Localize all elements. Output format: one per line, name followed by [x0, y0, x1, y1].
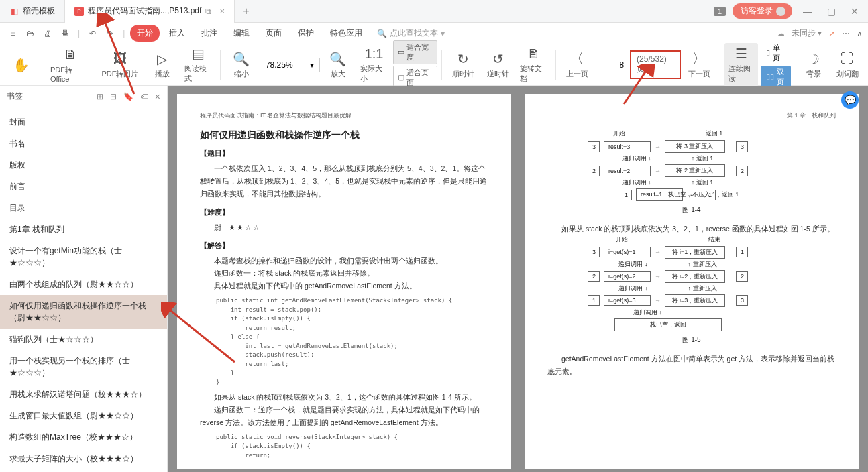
tab-templates[interactable]: ◧ 稻壳模板 — [0, 0, 65, 23]
background-button[interactable]: ☽背景 — [797, 48, 830, 82]
menubar-right: ☁ 未同步 ▾ ↗ ⋯ ∧ — [777, 27, 863, 39]
cloud-icon[interactable]: ☁ — [777, 29, 785, 38]
more-icon[interactable]: ⋯ — [842, 29, 850, 38]
continuous-read-button[interactable]: ☰连续阅读 — [724, 43, 758, 86]
fit-width-button[interactable]: ▭适合宽度 — [393, 40, 437, 64]
zoom-out-button[interactable]: 🔍缩小 — [225, 48, 258, 82]
zoom-level-input[interactable]: 78.25%▾ — [260, 58, 320, 72]
bookmark-add-icon[interactable]: 🔖 — [123, 92, 133, 101]
expand-icon[interactable]: ∧ — [857, 29, 863, 38]
menu-start[interactable]: 开始 — [130, 25, 160, 42]
page-header: 程序员代码面试指南：IT 名企算法与数据结构题目最优解 — [200, 111, 351, 120]
chevron-left-icon: 〈 — [570, 51, 584, 67]
menu-icon[interactable]: ≡ — [5, 29, 20, 38]
actual-size-button[interactable]: 1:1实际大小 — [356, 43, 392, 86]
hand-tool[interactable]: ✋ — [4, 54, 38, 76]
zoom-in-button[interactable]: 🔍放大 — [321, 48, 355, 82]
close-button[interactable]: ✕ — [847, 6, 863, 17]
answer-p1: 本题考查栈的操作和递归函数的设计，我们需要设计出两个递归函数。 — [200, 255, 488, 268]
sidebar-item[interactable]: 由两个栈组成的队列（尉★★☆☆） — [0, 274, 167, 295]
double-page-button[interactable]: ▯▯双页 — [761, 66, 791, 88]
sidebar-item[interactable]: 猫狗队列（士★☆☆☆） — [0, 329, 167, 350]
page-right: 第 1 章 栈和队列 开始返回 13result=3→将 3 重新压入3递归调用… — [525, 94, 859, 469]
page-number-input[interactable] — [595, 58, 629, 72]
sidebar-item[interactable]: 生成窗口最大值数组（尉★★☆☆） — [0, 405, 167, 426]
read-mode-button[interactable]: ▤阅读模式 — [180, 43, 216, 86]
sidebar-item[interactable]: 构造数组的MaxTree（校★★★☆） — [0, 426, 167, 448]
minimize-button[interactable]: — — [799, 6, 816, 17]
sidebar-item[interactable]: 版权 — [0, 154, 167, 176]
convert-icon: 🗎 — [64, 47, 77, 63]
sidebar-item[interactable]: 设计一个有getMin功能的栈（士★☆☆☆） — [0, 240, 167, 274]
sidebar-item[interactable]: 求最大子矩阵的大小（校★★★☆） — [0, 448, 167, 469]
hand-icon: ✋ — [13, 57, 30, 73]
sidebar-header: 书签 ⊞ ⊟ 🔖 🏷 × — [0, 86, 167, 107]
page-left: 程序员代码面试指南：IT 名企算法与数据结构题目最优解 如何仅用递归函数和栈操作… — [177, 94, 511, 469]
menu-annotate[interactable]: 批注 — [195, 25, 224, 42]
single-page-button[interactable]: ▯单页 — [761, 42, 791, 64]
bookmark-list: 封面书名版权前言目录第1章 栈和队列设计一个有getMin功能的栈（士★☆☆☆）… — [0, 107, 167, 472]
print-icon[interactable]: 🖶 — [58, 29, 72, 38]
undo-icon[interactable]: ↶ — [85, 29, 100, 38]
menu-special[interactable]: 特色应用 — [323, 25, 369, 42]
collapse-all-icon[interactable]: ⊟ — [110, 92, 117, 101]
menu-insert[interactable]: 插入 — [162, 25, 192, 42]
new-tab-button[interactable]: + — [235, 5, 258, 17]
answer-p3: 具体过程就是如下代码中的 getAndRemoveLastElement 方法。 — [200, 280, 488, 292]
code-block-2: public static void reverse(Stack<Integer… — [216, 433, 488, 461]
menu-page[interactable]: 页面 — [259, 25, 288, 42]
prev-page-button[interactable]: 〈上一页 — [560, 48, 594, 82]
sidebar-item[interactable]: 用栈来求解汉诺塔问题（校★★★☆） — [0, 384, 167, 405]
single-page-icon: ▯ — [766, 48, 770, 57]
sidebar-item[interactable]: 封面 — [0, 111, 167, 133]
rotate-ccw-button[interactable]: ↺逆时针 — [481, 48, 514, 82]
play-button[interactable]: ▷播放 — [146, 48, 179, 82]
double-page-icon: ▯▯ — [766, 72, 774, 81]
search-placeholder: 点此查找文本 — [390, 27, 438, 39]
notification-badge[interactable]: 1 — [714, 7, 726, 16]
maximize-button[interactable]: ▢ — [823, 6, 840, 17]
chevron-down-icon: ▾ — [441, 29, 445, 38]
bookmark-icon[interactable]: 🏷 — [140, 92, 148, 101]
pdf-to-office-button[interactable]: 🗎PDF转Office — [46, 44, 95, 86]
open-icon[interactable]: 🗁 — [23, 29, 38, 38]
search-box[interactable]: 🔍 点此查找文本 ▾ — [377, 27, 445, 39]
sync-status[interactable]: 未同步 ▾ — [792, 27, 822, 39]
sidebar-item[interactable]: 前言 — [0, 176, 167, 197]
moon-icon: ☽ — [808, 51, 820, 67]
answer-p2: 递归函数一：将栈 stack 的栈底元素返回并移除。 — [200, 267, 488, 280]
login-button[interactable]: 访客登录 — [733, 3, 792, 19]
diagram-2: 开始结束3i=get(s)=1→将 i=1，重新压入1递归调用 ↓↑ 重新压入2… — [547, 235, 836, 331]
menu-edit[interactable]: 编辑 — [227, 25, 256, 42]
redo-icon[interactable]: ↷ — [103, 29, 117, 38]
document-viewer[interactable]: 程序员代码面试指南：IT 名企算法与数据结构题目最优解 如何仅用递归函数和栈操作… — [168, 86, 868, 472]
zoom-in-icon: 🔍 — [329, 51, 346, 67]
next-page-button[interactable]: 〉下一页 — [682, 48, 716, 82]
share-icon[interactable]: ↗ — [828, 29, 835, 38]
sidebar-item[interactable]: 书名 — [0, 133, 167, 154]
sidebar-item[interactable]: 第1章 栈和队列 — [0, 219, 167, 240]
translate-button[interactable]: ⛶划词翻 — [830, 48, 864, 82]
tab-document[interactable]: P 程序员代码面试指南...,P513.pdf ⧉ × — [65, 0, 235, 23]
section-answer: 【解答】 — [200, 241, 488, 251]
answer-p4: 如果从 stack 的栈顶到栈底依次为 3、2、1，这个函数的具体过程如图 1-… — [200, 391, 488, 404]
diagram-1: 开始返回 13result=3→将 3 重新压入3递归调用 ↓↑ 返回 12re… — [547, 129, 836, 201]
tab-label: 稻壳模板 — [23, 5, 55, 17]
continuous-icon: ☰ — [735, 46, 747, 62]
pdf-to-image-button[interactable]: 🖼PDF转图片 — [96, 48, 144, 82]
tab-popup-icon[interactable]: ⧉ — [205, 7, 211, 16]
rotate-doc-button[interactable]: 🗎旋转文档 — [516, 43, 551, 86]
sidebar-title: 书签 — [7, 91, 23, 102]
floating-action-button[interactable]: 💬 — [841, 91, 859, 109]
section-difficulty: 【难度】 — [200, 207, 488, 217]
save-icon[interactable]: 🖨 — [40, 29, 55, 38]
sidebar-item[interactable]: 用一个栈实现另一个栈的排序（士★☆☆☆） — [0, 350, 167, 384]
menu-protect[interactable]: 保护 — [291, 25, 321, 42]
expand-all-icon[interactable]: ⊞ — [97, 92, 103, 101]
sidebar-item[interactable]: 目录 — [0, 197, 167, 219]
sidebar-close-icon[interactable]: × — [155, 91, 160, 102]
sidebar-item[interactable]: 如何仅用递归函数和栈操作逆序一个栈（尉★★☆☆） — [0, 295, 167, 329]
fit-width-icon: ▭ — [398, 48, 404, 56]
rotate-cw-button[interactable]: ↻顺时针 — [446, 48, 480, 82]
close-icon[interactable]: × — [219, 6, 225, 16]
